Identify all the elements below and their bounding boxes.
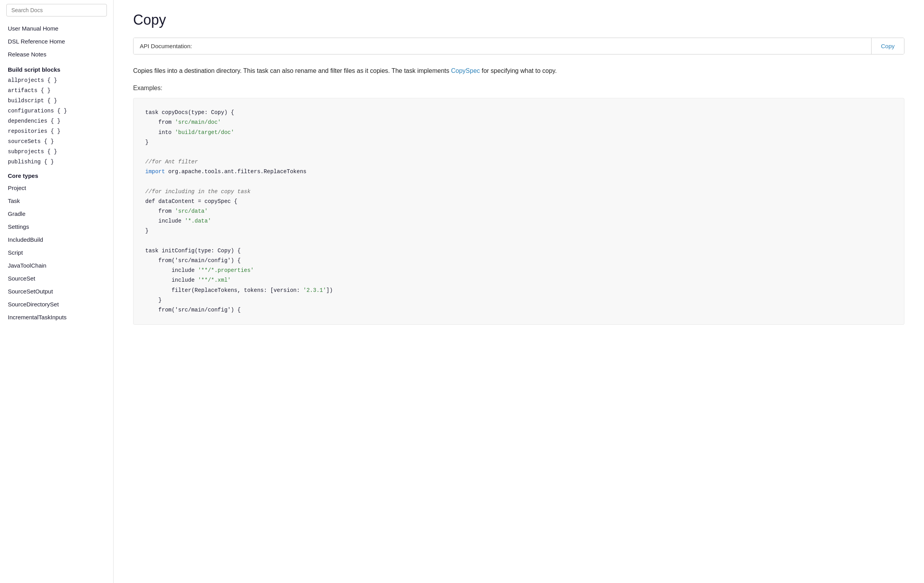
sidebar-item-script[interactable]: Script (0, 246, 113, 259)
sidebar-item-javatoolchain[interactable]: JavaToolChain (0, 259, 113, 272)
search-container (6, 4, 107, 16)
sidebar: User Manual Home DSL Reference Home Rele… (0, 0, 114, 583)
description-paragraph: Copies files into a destination director… (133, 65, 904, 76)
sidebar-item-project[interactable]: Project (0, 181, 113, 194)
api-doc-link[interactable]: Copy (871, 38, 904, 54)
api-doc-label: API Documentation: (134, 38, 871, 54)
sidebar-item-sourcesetoutput[interactable]: SourceSetOutput (0, 285, 113, 298)
sidebar-item-sourcedirectoryset[interactable]: SourceDirectorySet (0, 298, 113, 311)
description-text-start: Copies files into a destination director… (133, 67, 449, 74)
sidebar-item-subprojects[interactable]: subprojects { } (0, 147, 113, 157)
description-text-end: for specifying what to copy. (482, 67, 557, 74)
sidebar-item-publishing[interactable]: publishing { } (0, 157, 113, 167)
api-doc-bar: API Documentation: Copy (133, 38, 904, 54)
sidebar-item-sourceset[interactable]: SourceSet (0, 272, 113, 285)
sidebar-item-gradle[interactable]: Gradle (0, 207, 113, 220)
sidebar-item-sourcesets[interactable]: sourceSets { } (0, 136, 113, 147)
sidebar-item-settings[interactable]: Settings (0, 220, 113, 233)
main-content: Copy API Documentation: Copy Copies file… (114, 0, 924, 583)
sidebar-item-configurations[interactable]: configurations { } (0, 106, 113, 116)
sidebar-item-dependencies[interactable]: dependencies { } (0, 116, 113, 126)
sidebar-item-release-notes[interactable]: Release Notes (0, 48, 113, 61)
sidebar-item-artifacts[interactable]: artifacts { } (0, 85, 113, 96)
sidebar-item-incrementaltaskinputs[interactable]: IncrementalTaskInputs (0, 311, 113, 324)
sidebar-item-allprojects[interactable]: allprojects { } (0, 75, 113, 85)
build-script-section-header: Build script blocks (0, 61, 113, 75)
code-block: task copyDocs(type: Copy) { from 'src/ma… (133, 98, 904, 325)
page-title: Copy (133, 12, 904, 28)
copyspec-link[interactable]: CopySpec (451, 67, 480, 74)
sidebar-item-dsl-reference[interactable]: DSL Reference Home (0, 35, 113, 48)
examples-heading: Examples: (133, 85, 904, 92)
sidebar-item-includedbuild[interactable]: IncludedBuild (0, 233, 113, 246)
search-input[interactable] (6, 4, 107, 16)
sidebar-item-user-manual[interactable]: User Manual Home (0, 22, 113, 35)
sidebar-item-task[interactable]: Task (0, 194, 113, 207)
core-types-section-header: Core types (0, 167, 113, 181)
sidebar-item-repositories[interactable]: repositories { } (0, 126, 113, 136)
sidebar-item-buildscript[interactable]: buildscript { } (0, 96, 113, 106)
